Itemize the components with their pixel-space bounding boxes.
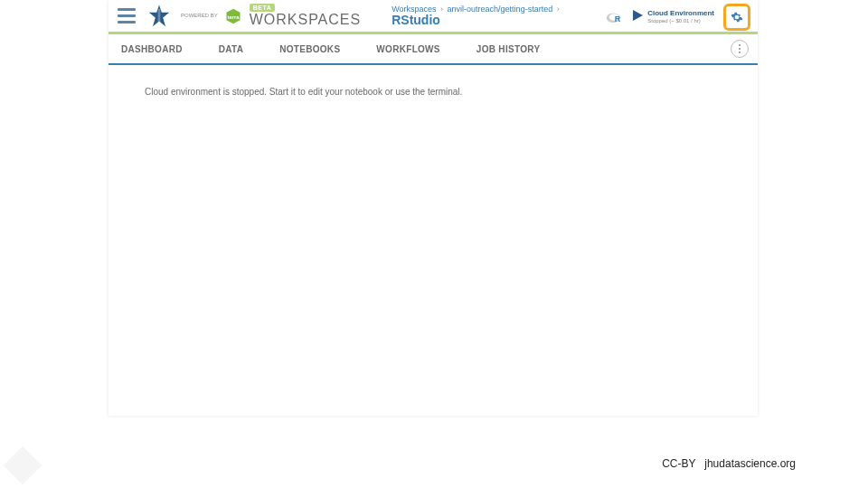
- content-area: Cloud environment is stopped. Start it t…: [108, 65, 758, 118]
- cloud-env-title: Cloud Environment: [647, 10, 714, 18]
- breadcrumb-current: RStudio: [392, 13, 561, 27]
- footer-attribution: CC-BY jhudatascience.org: [662, 457, 796, 470]
- workspaces-brand: BETA WORKSPACES: [250, 4, 362, 28]
- app-window: Powered by terra BETA WORKSPACES Workspa…: [108, 0, 758, 416]
- svg-rect-0: [158, 8, 161, 23]
- more-options-button[interactable]: [731, 40, 749, 58]
- tab-notebooks[interactable]: NOTEBOOKS: [279, 44, 340, 54]
- svg-text:R: R: [615, 14, 621, 23]
- tab-bar: DASHBOARD DATA NOTEBOOKS WORKFLOWS JOB H…: [108, 34, 758, 65]
- svg-rect-7: [4, 446, 42, 484]
- r-icon[interactable]: R: [606, 11, 622, 23]
- terra-logo: terra: [224, 7, 242, 25]
- cloud-env-status: Stopped (~ $0.01 / hr): [647, 18, 714, 24]
- powered-by-label: Powered by: [181, 13, 218, 19]
- gear-icon: [731, 11, 743, 23]
- menu-button[interactable]: [118, 8, 136, 23]
- svg-text:terra: terra: [227, 14, 240, 19]
- watermark-icon: [0, 443, 45, 488]
- beta-badge: BETA: [250, 4, 276, 12]
- site-label: jhudatascience.org: [704, 457, 796, 470]
- header-right: R Cloud Environment Stopped (~ $0.01 / h…: [606, 0, 750, 34]
- tab-dashboard[interactable]: DASHBOARD: [121, 44, 183, 54]
- cloud-environment-status[interactable]: Cloud Environment Stopped (~ $0.01 / hr): [631, 9, 714, 25]
- breadcrumb: Workspaces › anvil-outreach/getting-star…: [392, 5, 561, 27]
- anvil-logo: [146, 4, 172, 29]
- svg-marker-6: [633, 10, 643, 21]
- license-label: CC-BY: [662, 457, 695, 470]
- play-icon: [631, 9, 644, 25]
- stopped-message: Cloud environment is stopped. Start it t…: [145, 87, 462, 97]
- header-bar: Powered by terra BETA WORKSPACES Workspa…: [108, 0, 758, 34]
- tab-workflows[interactable]: WORKFLOWS: [376, 44, 439, 54]
- tab-job-history[interactable]: JOB HISTORY: [476, 44, 541, 54]
- tab-data[interactable]: DATA: [219, 44, 244, 54]
- cloud-settings-button[interactable]: [723, 4, 750, 31]
- workspaces-title: WORKSPACES: [250, 12, 362, 28]
